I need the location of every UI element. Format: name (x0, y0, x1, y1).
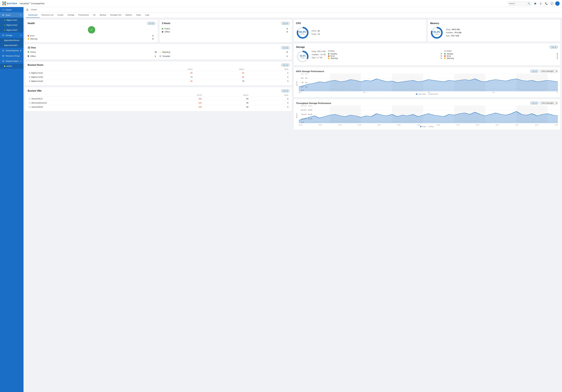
memory-donut-label: 81.2% Using (433, 31, 440, 35)
cpu-pct: 82.3% (299, 31, 306, 33)
error-dot (28, 35, 29, 36)
topnav-right: 🔍 💻 🖥 📞 💬 👤 (507, 1, 560, 6)
sidebar-item-sharedfs[interactable]: BigteraSharedFS (0, 43, 23, 48)
ssd-healthy: Healthy 8 (444, 53, 558, 55)
tab-resource-list[interactable]: Resource List (40, 12, 55, 18)
tab-logs[interactable]: Logs (143, 12, 151, 18)
sidebar-item-rg[interactable]: ⊞ Resource Group (0, 53, 23, 58)
vm-icon-btn[interactable]: 💻 (533, 1, 537, 6)
throughput-y-axis-label: Bytes/s (296, 106, 298, 126)
search-icon[interactable]: 🔍 (528, 2, 530, 5)
ssd-warning-dot (444, 57, 445, 59)
sidebar-item-vm[interactable]: ⊡ Virtual Machine ▶ (0, 48, 23, 53)
sidebar-sub-storage: BigteraBlockDevice BigteraSharedFS (0, 38, 23, 48)
health-warning-count: 0 (152, 38, 155, 40)
x-09-40: 09:40 (338, 124, 341, 126)
tab-permissions[interactable]: Permissions (76, 12, 91, 18)
storage-see-all[interactable]: See all (550, 46, 558, 48)
vm1-mem: 86 (203, 97, 250, 101)
breadcrumb-separator: › (29, 9, 30, 11)
search-box[interactable]: 🔍 (507, 2, 532, 5)
sidebar-item-host1[interactable]: Bigtera-Host1 (0, 18, 23, 22)
sidebar-item-host2[interactable]: Bigtera-Host2 (0, 22, 23, 28)
sidebar-item-blockdevice[interactable]: BigteraBlockDevice (0, 38, 23, 43)
iops-see-all[interactable]: See all (530, 70, 539, 73)
iops-x-labels: 8 k6 k4 k2 k0 (299, 92, 558, 93)
host1-name: ⊞Bigtera-Host1 (28, 71, 143, 75)
row1: Health See all ✓ Error 2 (25, 20, 292, 42)
tab-storage-pool[interactable]: Storage Pool (108, 12, 123, 18)
phone-icon-btn[interactable]: 📞 (544, 1, 549, 6)
x-10-25: 10:25 (515, 124, 519, 126)
host3-name: ⊞Bigtera-Host3 (28, 75, 143, 79)
hosts-offline-row: Offline 0 (162, 31, 290, 33)
storage-total: Total : 2.7 TiB (312, 56, 326, 59)
vms-offline-count: 1 (155, 55, 158, 57)
tab-cluster[interactable]: Cluster (55, 12, 66, 18)
tab-ha[interactable]: HA (91, 12, 98, 18)
vm1-net: 0 (250, 97, 290, 101)
health-see-all[interactable]: See all (147, 22, 155, 25)
sidebar-item-host3[interactable]: Bigtera-Host3 (0, 28, 23, 33)
sidebar-item-cluster[interactable]: ⬡ Cluster (0, 7, 23, 12)
hdd-healthy: Healthy 9 (328, 53, 442, 55)
busiest-hosts-see-all[interactable]: See all (281, 64, 290, 66)
memory-using-label: Using (433, 33, 440, 35)
vm1-name: ▭StressVM117 (28, 97, 157, 101)
memory-donut-wrap: 81.2% Using (430, 26, 443, 39)
col-cpu: CPU% (157, 94, 203, 97)
logo-grid (2, 2, 6, 5)
vm-icon: ▭ (29, 106, 31, 108)
sidebar-label-rg: Resource Group (6, 55, 20, 57)
iops-header: IOPS Storage Performance See all Hour (a… (296, 70, 558, 73)
tab-tasks[interactable]: Tasks (134, 12, 143, 18)
tab-storage[interactable]: Storage (66, 12, 76, 18)
busiest-vms-see-all[interactable]: See all (281, 90, 290, 92)
host2-mem: 79 (194, 79, 246, 83)
storage-icon-btn[interactable]: 🖥 (539, 1, 543, 6)
cpu-mem-row: CPU 82.3% Using (294, 20, 560, 42)
x-09-45: 09:45 (358, 124, 361, 126)
storage-using-label: Using (300, 57, 305, 59)
health-warning-row: Warning 0 (28, 38, 155, 40)
storage-ssds: 10 SSDs Healthy 8 Error 2 (444, 50, 558, 59)
sidebar-item-storage[interactable]: ☰ Storage ▼ (0, 33, 23, 38)
vms-see-all[interactable]: See all (281, 46, 290, 49)
vm1-cpu: 101 (157, 97, 203, 101)
throughput-card: Throughput Storage Performance See all H… (294, 99, 560, 130)
breadcrumb-path: Cluster (31, 9, 37, 11)
col-mem: Mem% (194, 68, 246, 71)
ssd-warning-count: 0 (557, 57, 558, 59)
table-row: ▭StressVM102 101 86 0 (28, 105, 290, 109)
host2-net: 3 (246, 79, 290, 83)
user-avatar[interactable]: 👤 (555, 1, 560, 6)
vm-icon: ▭ (29, 102, 31, 104)
sidebar-item-sf[interactable]: ☰ Shared Folders ▼ (0, 58, 23, 64)
vms-header: 32 Vms See all (28, 46, 290, 49)
search-input[interactable] (509, 2, 527, 5)
warning-dot (28, 38, 29, 40)
tab-dashboard[interactable]: Dashboard (26, 12, 40, 18)
ssd-healthy-label: Healthy (447, 53, 453, 55)
health-status-list: Error 2 Warning 0 (28, 35, 155, 40)
ssds-title: 10 SSDs (444, 50, 558, 52)
tab-backup[interactable]: Backup (98, 12, 108, 18)
storage-card: Storage See all 32.4% Using (294, 44, 560, 66)
vms-template-count: 1 (287, 55, 290, 57)
throughput-see-all[interactable]: See all (530, 102, 539, 104)
iops-controls: See all Hour (average) Day (average) Wee… (530, 70, 558, 73)
throughput-filter-select[interactable]: Hour (average) Day (average) Week (avera… (540, 101, 558, 105)
cpu-title: CPU (296, 22, 301, 25)
tab-options[interactable]: Options (123, 12, 134, 18)
iops-filter-select[interactable]: Hour (average) Day (average) Week (avera… (540, 70, 558, 73)
sidebar-item-hosts[interactable]: ⊞ Hosts ▼ (0, 12, 23, 18)
hosts-see-all[interactable]: See all (281, 22, 290, 25)
table-row: ▭StressVM117 101 86 0 (28, 97, 290, 101)
memory-header: Memory (430, 22, 558, 25)
health-error-label: Error (30, 35, 35, 37)
busiest-vms-header: Busiest VMs See all (28, 90, 290, 92)
chat-icon-btn[interactable]: 💬 (550, 1, 554, 6)
ssd-warning-label: Warning (447, 57, 454, 59)
sidebar-item-test321[interactable]: test321 (0, 64, 23, 69)
legend-read: Read (420, 126, 426, 127)
